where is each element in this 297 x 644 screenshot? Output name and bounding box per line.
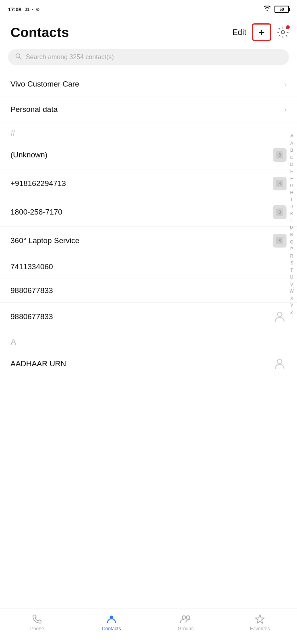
bottom-navigation: Phone Contacts Groups Favorites (0, 609, 297, 644)
alpha-D[interactable]: D (289, 161, 295, 168)
contact-name: 7411334060 (10, 262, 53, 271)
nav-phone-label: Phone (30, 626, 44, 632)
settings-notification-dot (286, 25, 290, 29)
contact-avatar: 8 (273, 205, 287, 219)
contact-name: 360° Laptop Service (10, 236, 79, 245)
add-button-wrapper[interactable]: + (252, 23, 271, 41)
alpha-Z[interactable]: Z (289, 309, 295, 316)
chevron-right-icon: › (284, 80, 287, 89)
alpha-E[interactable]: E (289, 168, 295, 175)
chevron-right-icon: › (284, 105, 287, 114)
contact-avatar: 8 (273, 177, 287, 190)
contact-name: AADHAAR URN (10, 359, 66, 368)
alpha-J[interactable]: J (289, 203, 295, 210)
alpha-M[interactable]: M (288, 225, 295, 231)
alpha-I[interactable]: I (289, 196, 294, 203)
page-title: Contacts (10, 25, 69, 40)
alpha-K[interactable]: K (289, 211, 295, 217)
status-time: 17:08 (8, 6, 21, 12)
person-avatar (273, 310, 287, 324)
nav-favorites[interactable]: Favorites (223, 614, 297, 632)
contact-name: +918162294713 (10, 179, 66, 188)
edit-button[interactable]: Edit (233, 28, 246, 37)
section-header-a: A (0, 331, 297, 350)
status-right: 50 (263, 6, 289, 13)
contact-9880677833-2[interactable]: 9880677833 (0, 303, 297, 331)
contact-avatar: 8 (273, 234, 287, 248)
alpha-Y[interactable]: Y (289, 302, 295, 309)
alphabet-index: # A B C D E F G H I J K L M N O P R S T … (288, 133, 295, 316)
contact-name: 9880677833 (10, 312, 53, 321)
search-container: Search among 3254 contact(s) (0, 47, 297, 72)
nav-favorites-label: Favorites (250, 626, 270, 632)
vivo-customer-care-label: Vivo Customer Care (10, 80, 79, 89)
alpha-T[interactable]: T (289, 267, 295, 274)
sim-icon: ▪ (32, 7, 34, 12)
alpha-P[interactable]: P (289, 246, 295, 252)
personal-data-item[interactable]: Personal data › (0, 97, 297, 122)
alpha-L[interactable]: L (289, 217, 295, 224)
contact-7411334060[interactable]: 7411334060 (0, 255, 297, 279)
section-header-hash: # (0, 122, 297, 141)
svg-text:8: 8 (278, 181, 281, 186)
contact-avatar: 8 (273, 148, 287, 162)
nav-contacts-label: Contacts (102, 626, 121, 632)
contact-name: 9880677833 (10, 286, 53, 295)
svg-point-12 (278, 359, 282, 364)
alpha-W[interactable]: W (288, 288, 295, 295)
person-avatar (273, 357, 287, 371)
alpha-S[interactable]: S (289, 260, 295, 266)
add-contact-button[interactable]: + (256, 26, 268, 38)
personal-data-label: Personal data (10, 105, 58, 114)
search-icon (15, 53, 22, 61)
contact-1800-258-7170[interactable]: 1800-258-7170 8 (0, 198, 297, 227)
svg-point-14 (182, 616, 186, 619)
nav-groups[interactable]: Groups (148, 614, 223, 632)
alert-icon: ⊙ (36, 7, 39, 12)
nav-groups-label: Groups (178, 626, 194, 632)
alpha-hash[interactable]: # (289, 133, 295, 140)
contacts-icon (106, 614, 117, 624)
star-icon (255, 614, 265, 624)
status-left: 17:08 31 ▪ ⊙ (8, 6, 39, 12)
svg-point-11 (278, 312, 282, 317)
svg-point-0 (281, 31, 285, 34)
svg-line-2 (20, 58, 22, 60)
settings-button[interactable] (277, 26, 289, 38)
svg-text:8: 8 (278, 210, 281, 215)
contact-aadhaar-urn[interactable]: AADHAAR URN (0, 350, 297, 378)
contact-name: (Unknown) (10, 151, 47, 159)
page-header: Contacts Edit + (0, 18, 297, 47)
status-bar: 17:08 31 ▪ ⊙ 50 (0, 0, 297, 18)
search-bar[interactable]: Search among 3254 contact(s) (8, 49, 289, 65)
search-placeholder: Search among 3254 contact(s) (26, 54, 114, 61)
alpha-U[interactable]: U (289, 274, 295, 281)
alpha-N[interactable]: N (289, 231, 295, 238)
vivo-customer-care-item[interactable]: Vivo Customer Care › (0, 72, 297, 97)
alpha-G[interactable]: G (289, 182, 295, 189)
phone-icon (32, 614, 42, 624)
alpha-H[interactable]: H (289, 189, 295, 196)
contact-unknown[interactable]: (Unknown) 8 (0, 141, 297, 169)
svg-text:8: 8 (278, 153, 281, 157)
alpha-A[interactable]: A (289, 140, 295, 147)
alpha-R[interactable]: R (289, 253, 295, 260)
alpha-C[interactable]: C (289, 154, 295, 161)
alpha-B[interactable]: B (289, 147, 295, 154)
status-icons: 31 ▪ ⊙ (25, 7, 39, 12)
nav-contacts[interactable]: Contacts (74, 614, 149, 632)
alpha-O[interactable]: O (289, 239, 295, 246)
svg-point-15 (186, 616, 190, 619)
contact-918162294713[interactable]: +918162294713 8 (0, 169, 297, 198)
battery-indicator: 50 (274, 6, 289, 13)
groups-icon (180, 614, 191, 624)
contact-9880677833-1[interactable]: 9880677833 (0, 279, 297, 303)
contact-360-laptop[interactable]: 360° Laptop Service 8 (0, 227, 297, 255)
alpha-X[interactable]: X (289, 295, 295, 302)
header-actions: Edit + (233, 23, 289, 41)
nav-phone[interactable]: Phone (0, 614, 74, 632)
svg-text:8: 8 (278, 238, 281, 243)
alpha-V[interactable]: V (289, 281, 295, 288)
alpha-F[interactable]: F (289, 175, 295, 182)
main-content: Vivo Customer Care › Personal data › # (… (0, 72, 297, 419)
